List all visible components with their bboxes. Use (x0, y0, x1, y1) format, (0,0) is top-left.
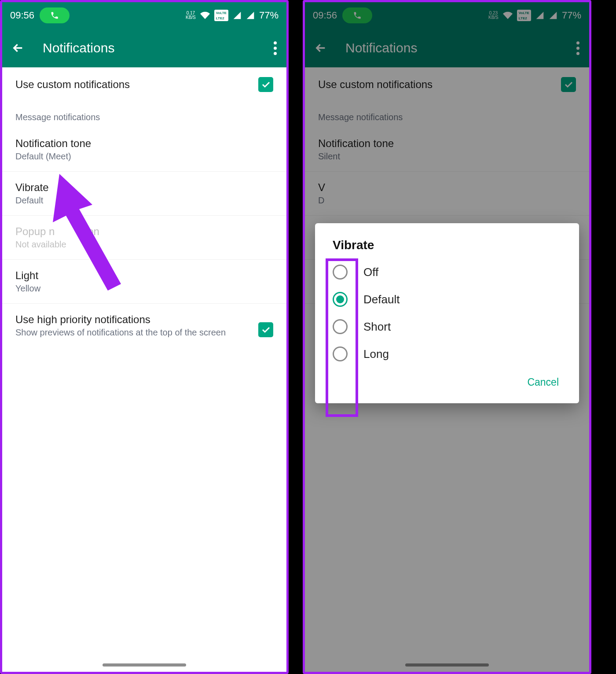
option-label: Long (363, 347, 389, 361)
wifi-icon (200, 11, 210, 20)
setting-label: Notification tone (15, 137, 273, 150)
checkbox-checked[interactable] (561, 77, 576, 92)
phone-icon (353, 11, 362, 20)
radio-unchecked[interactable] (333, 265, 348, 280)
signal-icon-1 (233, 11, 242, 20)
overflow-menu-button[interactable] (272, 41, 278, 55)
signal-icon-1 (535, 11, 544, 20)
check-icon (260, 324, 271, 335)
wifi-icon (503, 11, 513, 20)
setting-popup: Popup notification Not available (2, 216, 286, 260)
dialog-option-long[interactable]: Long (315, 340, 579, 368)
setting-light[interactable]: Light Yellow (2, 260, 286, 304)
status-bar: 09:56 0.23KB/S VoLTELTE2 77% (305, 2, 589, 29)
back-button[interactable] (11, 41, 32, 55)
network-speed: 0.17KB/S (186, 11, 196, 20)
option-label: Short (363, 320, 391, 334)
phone-right: 09:56 0.23KB/S VoLTELTE2 77% Notificatio… (303, 0, 591, 674)
setting-label: Use custom notifications (318, 78, 561, 91)
dialog-cancel-button[interactable]: Cancel (521, 373, 565, 392)
page-title: Notifications (345, 41, 575, 55)
option-label: Default (363, 293, 400, 306)
nav-gesture-bar (103, 663, 186, 667)
status-time: 09:56 (10, 10, 34, 21)
call-indicator-pill[interactable] (342, 7, 372, 23)
dialog-option-default[interactable]: Default (315, 286, 579, 313)
setting-vibrate[interactable]: Vibrate Default (2, 172, 286, 216)
dialog-option-off[interactable]: Off (315, 258, 579, 286)
setting-description: Show previews of notifications at the to… (15, 328, 244, 338)
setting-value: Silent (318, 151, 576, 162)
setting-label: Light (15, 269, 273, 282)
phone-icon (50, 11, 59, 20)
back-arrow-icon (314, 41, 328, 55)
setting-label: Popup notification (15, 225, 273, 238)
phone-left: 09:56 0.17KB/S VoLTELTE2 77% Notificatio… (0, 0, 289, 674)
check-icon (260, 79, 271, 90)
nav-gesture-bar (405, 663, 489, 667)
setting-label: Use high priority notifications (15, 313, 258, 326)
signal-icon-2 (246, 11, 255, 20)
radio-checked[interactable] (333, 292, 348, 307)
checkbox-checked[interactable] (258, 77, 273, 92)
vibrate-dialog: Vibrate Off Default Short Long Cancel (315, 223, 579, 403)
status-time: 09:56 (313, 10, 337, 21)
setting-vibrate[interactable]: V D (305, 172, 589, 216)
radio-unchecked[interactable] (333, 346, 348, 361)
back-arrow-icon (11, 41, 25, 55)
radio-unchecked[interactable] (333, 319, 348, 334)
back-button[interactable] (314, 41, 335, 55)
setting-high-priority[interactable]: Use high priority notifications Show pre… (2, 304, 286, 347)
network-speed: 0.23KB/S (488, 11, 499, 20)
dialog-option-short[interactable]: Short (315, 313, 579, 340)
setting-use-custom[interactable]: Use custom notifications (2, 67, 286, 102)
call-indicator-pill[interactable] (40, 7, 70, 23)
checkbox-checked[interactable] (258, 322, 273, 337)
setting-value: Yellow (15, 284, 273, 294)
setting-label: Vibrate (15, 181, 273, 194)
setting-value: D (318, 195, 576, 206)
option-label: Off (363, 265, 378, 279)
lte-badge: VoLTELTE2 (214, 10, 228, 21)
page-title: Notifications (43, 41, 272, 55)
status-bar: 09:56 0.17KB/S VoLTELTE2 77% (2, 2, 286, 29)
check-icon (563, 79, 574, 90)
app-bar: Notifications (305, 29, 589, 67)
setting-value: Default (Meet) (15, 151, 273, 162)
setting-label: Use custom notifications (15, 78, 258, 91)
setting-label: V (318, 181, 576, 194)
app-bar: Notifications (2, 29, 286, 67)
setting-notification-tone[interactable]: Notification tone Default (Meet) (2, 128, 286, 172)
setting-label: Notification tone (318, 137, 576, 150)
setting-value: Not available (15, 239, 273, 250)
setting-use-custom[interactable]: Use custom notifications (305, 67, 589, 102)
lte-badge: VoLTELTE2 (517, 10, 531, 21)
battery-percent: 77% (259, 10, 279, 21)
section-header-message: Message notifications (2, 102, 286, 128)
dialog-title: Vibrate (315, 238, 579, 258)
section-header-message: Message notifications (305, 102, 589, 128)
setting-notification-tone[interactable]: Notification tone Silent (305, 128, 589, 172)
overflow-menu-button[interactable] (575, 41, 580, 55)
battery-percent: 77% (562, 10, 581, 21)
signal-icon-2 (549, 11, 557, 20)
setting-value: Default (15, 195, 273, 206)
